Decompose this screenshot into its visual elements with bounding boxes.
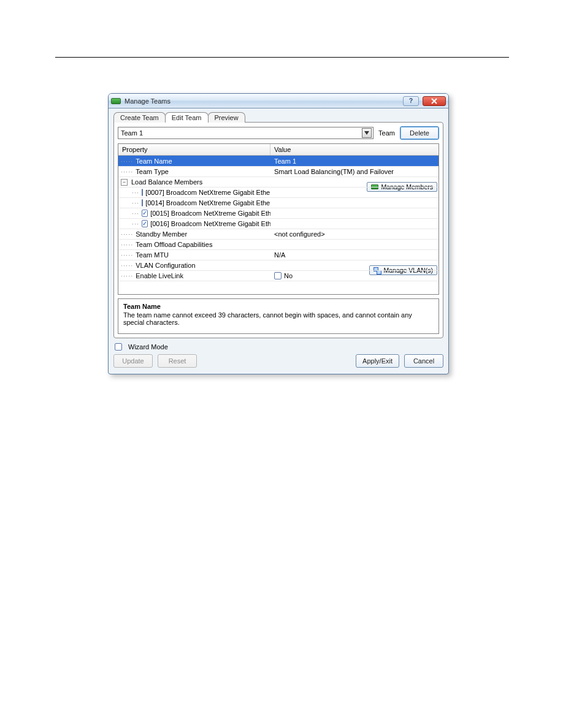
grid-header: Property Value — [118, 144, 439, 156]
properties-grid: Property Value ·····Team Name Team 1 ···… — [118, 143, 439, 295]
tree-dots-icon: ····· — [121, 168, 133, 175]
member-checkbox[interactable] — [142, 210, 148, 217]
close-button[interactable] — [423, 96, 446, 106]
close-icon — [431, 98, 438, 104]
row-member-1[interactable]: ··· [0014] Broadcom NetXtreme Gigabit Et… — [118, 197, 439, 208]
row-livelink[interactable]: ·····Enable LiveLink No — [118, 270, 439, 281]
row-standby-member[interactable]: ·····Standby Member <not configured> — [118, 229, 439, 239]
tree-dots-icon: ····· — [121, 230, 133, 238]
row-team-name[interactable]: ·····Team Name Team 1 — [118, 156, 439, 166]
row-member-0[interactable]: ··· [0007] Broadcom NetXtreme Gigabit Et… — [118, 187, 439, 197]
apply-exit-button[interactable]: Apply/Exit — [356, 354, 399, 368]
tab-strip: Create Team Edit Team Preview — [113, 112, 443, 123]
app-icon — [111, 98, 121, 104]
prop-standby: Standby Member — [136, 230, 187, 238]
tab-panel-edit: Team 1 Team Delete Property Value ·····T… — [113, 122, 443, 338]
collapse-icon[interactable]: − — [121, 179, 128, 186]
tab-edit-team[interactable]: Edit Team — [165, 112, 209, 123]
description-body: The team name cannot exceed 39 character… — [123, 311, 434, 326]
description-title: Team Name — [123, 303, 434, 310]
tree-dots-icon: ····· — [121, 262, 133, 269]
description-panel: Team Name The team name cannot exceed 39… — [118, 298, 439, 334]
prop-vlan: VLAN Configuration — [136, 262, 195, 269]
tree-dots-icon: ··· — [132, 199, 139, 207]
tree-dots-icon: ····· — [121, 157, 133, 165]
row-member-3[interactable]: ··· [0016] Broadcom NetXtreme Gigabit Et… — [118, 218, 439, 229]
tree-dots-icon: ··· — [132, 220, 139, 227]
tree-dots-icon: ··· — [132, 210, 139, 217]
prop-team-name: Team Name — [136, 157, 172, 165]
member-checkbox[interactable] — [142, 189, 143, 196]
member-label: [0007] Broadcom NetXtreme Gigabit Ethern… — [145, 189, 270, 196]
team-label: Team — [378, 129, 395, 137]
manage-teams-dialog: Manage Teams ? Create Team Edit Team Pre… — [108, 93, 449, 374]
val-livelink: No — [284, 272, 293, 279]
wizard-mode-label: Wizard Mode — [128, 343, 168, 351]
dropdown-arrow-icon[interactable] — [362, 128, 372, 138]
prop-team-type: Team Type — [136, 168, 169, 175]
tab-create-team[interactable]: Create Team — [113, 112, 166, 123]
row-mtu[interactable]: ·····Team MTU N/A — [118, 249, 439, 260]
page-rule — [55, 57, 509, 58]
member-label: [0016] Broadcom NetXtreme Gigabit Ethern… — [150, 220, 270, 227]
tree-dots-icon: ··· — [132, 189, 139, 196]
member-checkbox[interactable] — [142, 199, 143, 207]
header-value: Value — [270, 144, 439, 155]
tree-dots-icon: ····· — [121, 241, 133, 248]
titlebar[interactable]: Manage Teams ? — [109, 94, 448, 108]
member-checkbox[interactable] — [142, 220, 148, 227]
livelink-checkbox[interactable] — [274, 272, 282, 279]
row-load-balance[interactable]: − Load Balance Members Manage Members — [118, 176, 439, 187]
prop-mtu: Team MTU — [136, 251, 169, 259]
row-offload[interactable]: ·····Team Offload Capabilities — [118, 239, 439, 249]
team-select[interactable]: Team 1 — [118, 127, 373, 139]
tree-dots-icon: ····· — [121, 272, 133, 279]
val-team-name: Team 1 — [274, 157, 296, 165]
chevron-down-icon — [364, 131, 369, 135]
row-vlan[interactable]: ·····VLAN Configuration Manage VLAN(s) — [118, 260, 439, 270]
help-button[interactable]: ? — [403, 96, 419, 106]
member-label: [0015] Broadcom NetXtreme Gigabit Ethern… — [150, 210, 270, 217]
row-member-2[interactable]: ··· [0015] Broadcom NetXtreme Gigabit Et… — [118, 208, 439, 218]
delete-button[interactable]: Delete — [400, 126, 439, 140]
val-team-type: Smart Load Balancing(TM) and Failover — [274, 168, 394, 175]
update-button: Update — [113, 354, 153, 368]
reset-button: Reset — [158, 354, 197, 368]
team-select-value: Team 1 — [121, 129, 143, 137]
member-label: [0014] Broadcom NetXtreme Gigabit Ethern… — [145, 199, 270, 207]
prop-offload: Team Offload Capabilities — [136, 241, 212, 248]
cancel-button[interactable]: Cancel — [404, 354, 443, 368]
row-team-type[interactable]: ·····Team Type Smart Load Balancing(TM) … — [118, 166, 439, 176]
tree-dots-icon: ····· — [121, 251, 133, 259]
prop-load-balance: Load Balance Members — [131, 178, 202, 186]
row-empty — [118, 281, 439, 294]
window-title: Manage Teams — [124, 97, 399, 105]
header-property: Property — [118, 144, 270, 155]
prop-livelink: Enable LiveLink — [136, 272, 183, 279]
wizard-mode-checkbox[interactable] — [115, 343, 122, 351]
tab-preview[interactable]: Preview — [208, 112, 245, 123]
val-standby: <not configured> — [274, 230, 325, 238]
val-mtu: N/A — [274, 251, 285, 259]
